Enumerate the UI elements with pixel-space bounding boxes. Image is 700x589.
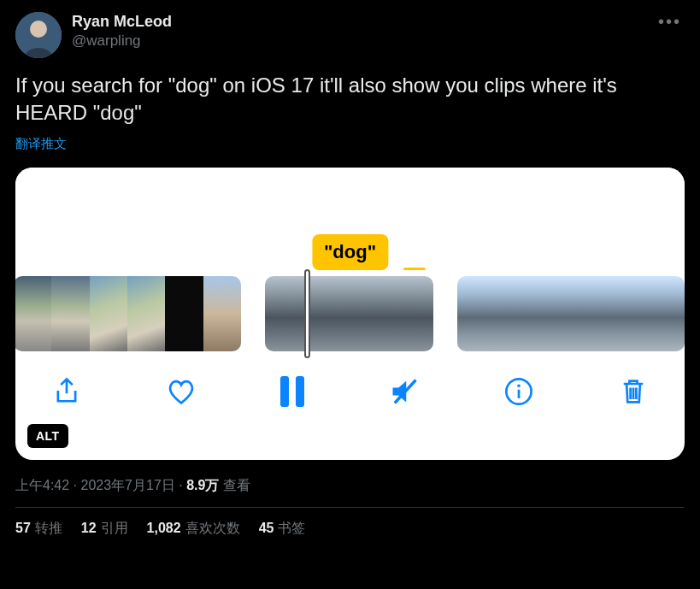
clip-group-2[interactable] (265, 276, 433, 351)
clip-thumb (15, 276, 51, 351)
more-button[interactable]: ••• (655, 12, 685, 32)
clip-thumb (203, 276, 241, 351)
stats-row: 57转推 12引用 1,082喜欢次数 45书签 (15, 520, 685, 538)
clip-thumb (321, 276, 378, 351)
translate-link[interactable]: 翻译推文 (15, 136, 685, 152)
tweet-date[interactable]: 2023年7月17日 (80, 478, 174, 492)
caption-pill: "dog" (312, 234, 388, 270)
clip-thumb (127, 276, 165, 351)
pause-icon[interactable] (280, 376, 304, 407)
clip-thumb (377, 276, 433, 351)
tweet-time[interactable]: 上午4:42 (15, 478, 69, 492)
mute-icon[interactable] (389, 376, 420, 407)
stat-quotes[interactable]: 12引用 (81, 520, 128, 538)
tweet-text: If you search for "dog" on iOS 17 it'll … (15, 72, 685, 127)
clip-thumb (165, 276, 203, 351)
clip-thumb (571, 276, 609, 351)
avatar[interactable] (15, 12, 62, 58)
clip-group-1[interactable] (15, 276, 241, 351)
stat-retweets[interactable]: 57转推 (15, 520, 62, 538)
clip-thumb (265, 276, 321, 351)
heart-icon[interactable] (166, 376, 197, 407)
tweet-header: Ryan McLeod @warpling ••• (15, 12, 685, 58)
stat-likes[interactable]: 1,082喜欢次数 (147, 520, 240, 538)
divider (15, 507, 685, 508)
author-names: Ryan McLeod @warpling (72, 12, 172, 50)
handle[interactable]: @warpling (72, 32, 172, 50)
clip-group-3[interactable] (457, 276, 685, 351)
timeline-scrubber[interactable] (304, 269, 310, 358)
clip-thumb (90, 276, 127, 351)
clip-thumb (609, 276, 646, 351)
media-top: "dog" (15, 168, 685, 270)
clip-thumb (495, 276, 532, 351)
video-timeline[interactable] (15, 270, 685, 357)
meta-line: 上午4:42 · 2023年7月17日 · 8.9万 查看 (15, 477, 685, 495)
stat-bookmarks[interactable]: 45书签 (259, 520, 306, 538)
display-name[interactable]: Ryan McLeod (72, 12, 172, 32)
views-label: 查看 (219, 478, 250, 492)
tweet-container: Ryan McLeod @warpling ••• If you search … (0, 0, 700, 548)
info-icon[interactable] (503, 376, 534, 407)
share-icon[interactable] (51, 376, 82, 407)
media-card[interactable]: "dog" (15, 168, 685, 460)
svg-point-1 (30, 21, 47, 38)
clip-thumb (51, 276, 89, 351)
alt-badge[interactable]: ALT (27, 424, 68, 448)
views-count[interactable]: 8.9万 (186, 478, 219, 492)
avatar-image (15, 12, 62, 58)
clip-thumb (647, 276, 685, 351)
media-toolbar (15, 357, 685, 429)
trash-icon[interactable] (618, 376, 649, 407)
clip-thumb (457, 276, 495, 351)
svg-point-4 (517, 384, 521, 387)
clip-thumb (533, 276, 571, 351)
